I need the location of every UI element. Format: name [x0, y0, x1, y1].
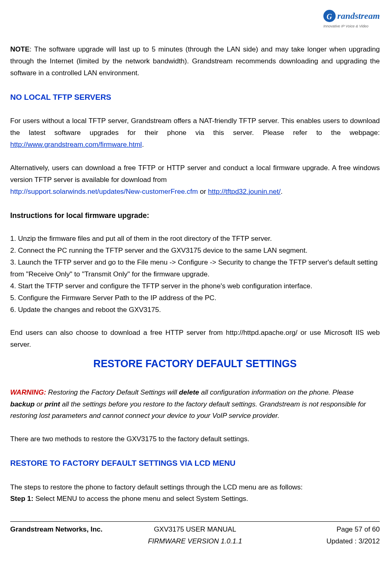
- alt-links-line: http://support.solarwinds.net/updates/Ne…: [10, 186, 380, 198]
- note-label: NOTE: [10, 45, 29, 53]
- instructions-label: Instructions for local firmware upgrade: [10, 211, 147, 220]
- tftpd32-link[interactable]: http://tftpd32.jounin.net/: [208, 188, 281, 195]
- restore-factory-title: RESTORE FACTORY DEFAULT SETTINGS: [10, 355, 380, 373]
- alt-line1: Alternatively, users can download a free…: [10, 162, 380, 186]
- warning-label: WARNING:: [10, 388, 46, 396]
- lcd-steps-intro: The steps to restore the phone to factor…: [10, 482, 380, 494]
- logo-g-icon: [323, 10, 336, 22]
- footer-page-number: Page 57 of 60: [258, 524, 380, 536]
- heading-restore-lcd: RESTORE TO FACTORY DEFAULT SETTINGS VIA …: [10, 457, 380, 470]
- step1-text: Select MENU to access the phone menu and…: [34, 495, 248, 503]
- logo-container: randstream Innovative IP Voice & Video: [10, 8, 380, 31]
- footer-center: GXV3175 USER MANUAL FIRMWARE VERSION 1.0…: [134, 524, 256, 548]
- tftp-suffix: .: [142, 141, 144, 148]
- footer-right: Page 57 of 60 Updated : 3/2012: [258, 524, 380, 548]
- alt-suffix: .: [280, 188, 282, 195]
- alt-middle: or: [198, 188, 208, 195]
- instructions-subheading: Instructions for local firmware upgrade:: [10, 209, 380, 222]
- firmware-steps-list: 1. Unzip the firmware files and put all …: [10, 233, 380, 316]
- footer-updated-date: Updated : 3/2012: [258, 536, 380, 548]
- warning-bold1: delete: [179, 388, 199, 396]
- warning-text3: or: [35, 400, 45, 408]
- logo: randstream Innovative IP Voice & Video: [323, 8, 380, 30]
- step-2: 2. Connect the PC running the TFTP serve…: [10, 245, 380, 257]
- http-server-paragraph: End users can also choose to download a …: [10, 327, 380, 351]
- heading-no-local-tftp: NO LOCAL TFTP SERVERS: [10, 91, 380, 104]
- note-text: : The software upgrade will last up to 5…: [10, 45, 380, 77]
- step-3: 3. Launch the TFTP server and go to the …: [10, 257, 380, 281]
- footer-manual-title: GXV3175 USER MANUAL: [134, 524, 256, 536]
- warning-bold2: backup: [10, 400, 35, 408]
- page-footer: Grandstream Networks, Inc. GXV3175 USER …: [10, 521, 380, 548]
- warning-paragraph: WARNING: Restoring the Factory Default S…: [10, 387, 380, 422]
- tftp-server-paragraph: For users without a local TFTP server, G…: [10, 115, 380, 151]
- alternative-tftp-paragraph: Alternatively, users can download a free…: [10, 162, 380, 198]
- step-5: 5. Configure the Firmware Server Path to…: [10, 292, 380, 304]
- tftp-prefix: For users without a local TFTP server, G…: [10, 117, 380, 137]
- two-methods-paragraph: There are two methods to restore the GXV…: [10, 433, 380, 445]
- step-4: 4. Start the TFTP server and configure t…: [10, 281, 380, 292]
- warning-bold3: print: [45, 400, 60, 408]
- solarwinds-link: http://support.solarwinds.net/updates/Ne…: [10, 188, 198, 195]
- footer-company: Grandstream Networks, Inc.: [10, 524, 132, 536]
- warning-text2: all configuration information on the pho…: [199, 388, 354, 396]
- grandstream-firmware-link[interactable]: http://www.grandstream.com/firmware.html: [10, 141, 142, 148]
- step-1: 1. Unzip the firmware files and put all …: [10, 233, 380, 245]
- warning-text4: all the settings before you restore to t…: [10, 400, 366, 420]
- note-paragraph: NOTE: The software upgrade will last up …: [10, 44, 380, 79]
- warning-text1: Restoring the Factory Default Settings w…: [46, 388, 179, 396]
- step-6: 6. Update the changes and reboot the GXV…: [10, 304, 380, 316]
- footer-firmware-version: FIRMWARE VERSION 1.0.1.1: [134, 536, 256, 548]
- lcd-step-1: Step 1: Select MENU to access the phone …: [10, 493, 380, 505]
- logo-brand: randstream: [323, 8, 380, 23]
- step1-label: Step 1:: [10, 495, 34, 503]
- logo-tagline: Innovative IP Voice & Video: [323, 23, 380, 29]
- logo-text: randstream: [337, 8, 380, 23]
